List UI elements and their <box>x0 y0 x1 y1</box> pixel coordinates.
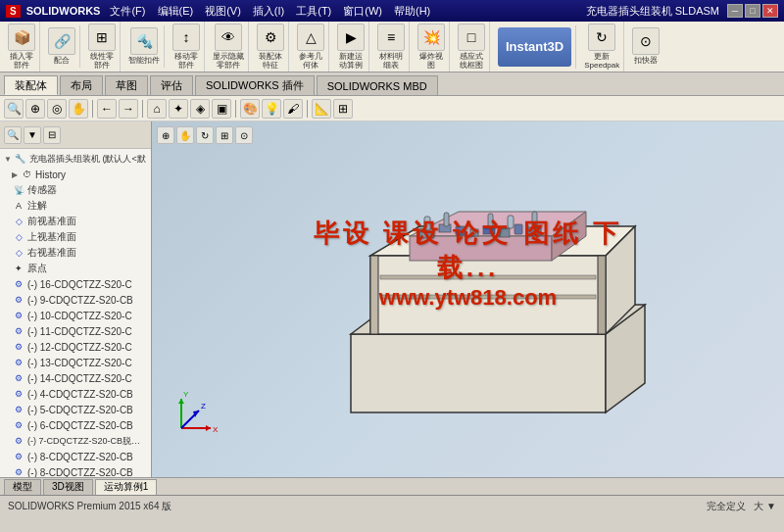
tree-collapse-button[interactable]: ⊟ <box>43 126 61 144</box>
menu-view[interactable]: 视图(V) <box>205 4 241 19</box>
status-left-text: SOLIDWORKS Premium 2015 x64 版 <box>8 500 707 513</box>
lights-icon[interactable]: 💡 <box>262 99 281 119</box>
tree-history[interactable]: ▶ ⏱ History <box>2 167 149 182</box>
svg-marker-27 <box>206 425 211 431</box>
list-item[interactable]: ⚙ (-) 8-CDQCTZZ-S20-CB <box>2 464 149 477</box>
tab-3dview[interactable]: 3D视图 <box>43 479 93 495</box>
tab-sw-plugins[interactable]: SOLIDWORKS 插件 <box>195 75 315 95</box>
move-component-label: 移动零部件 <box>174 53 198 71</box>
toolbar-group-fastener2: ⊙ 扣快器 <box>628 25 663 68</box>
list-item[interactable]: ⚙ (-) 12-CDQCTZZ-S20-C <box>2 339 149 355</box>
smart-fasteners-icon[interactable]: 🔩 <box>130 27 158 55</box>
back-icon[interactable]: ← <box>97 99 117 119</box>
tab-sketch[interactable]: 草图 <box>105 75 148 95</box>
tab-layout[interactable]: 布局 <box>60 75 103 95</box>
home-view-icon[interactable]: ⌂ <box>147 99 167 119</box>
list-item[interactable]: ⚙ (-) 4-CDQCTZZ-S20-CB <box>2 386 149 402</box>
menu-edit[interactable]: 编辑(E) <box>158 4 194 19</box>
bom-icon[interactable]: ≡ <box>377 24 405 51</box>
status-bar: SOLIDWORKS Premium 2015 x64 版 完全定义 大 ▼ <box>0 495 784 516</box>
speedpak-icon[interactable]: ↻ <box>588 24 615 51</box>
tree-filter-button[interactable]: ▼ <box>24 126 41 144</box>
toolbar-group-move: ↕ 移动零部件 <box>169 22 205 72</box>
tab-motion-study[interactable]: 运动算例1 <box>95 479 158 495</box>
view-zoom-icon[interactable]: ⊕ <box>157 126 174 144</box>
list-item[interactable]: ⚙ (-) 13-CDQCTZZ-S20-C <box>2 355 149 370</box>
list-item[interactable]: ⚙ (-) 5-CDQCTZZ-S20-CB <box>2 402 149 417</box>
show-hide-icon[interactable]: 👁 <box>215 24 242 51</box>
move-component-icon[interactable]: ↕ <box>172 24 200 51</box>
zoom-in-icon[interactable]: ⊕ <box>25 99 45 119</box>
minimize-button[interactable]: ─ <box>727 4 743 18</box>
tree-root-node[interactable]: ▼ 🔧 充电器插头组装机 (默认人<默 <box>2 151 149 167</box>
list-item[interactable]: ⚙ (-) 11-CDQCTZZ-S20-C <box>2 323 149 339</box>
list-item[interactable]: ⚙ (-) 10-CDQCTZZ-S20-C <box>2 308 149 323</box>
display-style-icon[interactable]: ▣ <box>212 99 231 119</box>
rotate-icon[interactable]: ◎ <box>47 99 67 119</box>
toolbar-group-wireframe: □ 感应式线框图 <box>454 22 490 72</box>
tab-evaluate[interactable]: 评估 <box>150 75 193 95</box>
explode-view-icon[interactable]: 💥 <box>417 24 445 51</box>
tree-header: 🔍 ▼ ⊟ <box>0 121 151 149</box>
tab-assembly[interactable]: 装配体 <box>4 75 58 95</box>
toolbar-group-ref-geometry: △ 参考几何体 <box>293 22 329 72</box>
pan-icon[interactable]: ✋ <box>69 99 88 119</box>
list-item[interactable]: ⚙ (-) 6-CDQCTZZ-S20-CB <box>2 417 149 433</box>
zoom-icon[interactable]: 🔍 <box>4 99 24 119</box>
instant3d-button[interactable]: Instant3D <box>498 27 571 67</box>
svg-rect-17 <box>424 217 430 230</box>
toolbar-group-bom: ≡ 材料明细表 <box>373 22 410 72</box>
svg-rect-0 <box>351 334 606 412</box>
svg-rect-21 <box>532 212 537 227</box>
insert-component-icon[interactable]: 📦 <box>8 24 35 51</box>
section-view-icon[interactable]: ◈ <box>190 99 210 119</box>
menu-file[interactable]: 文件(F) <box>110 4 145 19</box>
linear-pattern-icon[interactable]: ⊞ <box>88 24 116 51</box>
solidworks-logo: S <box>6 5 21 18</box>
toolbar-group-insert: 📦 插入零部件 <box>4 22 40 72</box>
list-item[interactable]: ⚙ (-) 8-CDQCTZZ-S20-CB <box>2 449 149 464</box>
list-item[interactable]: ⚙ (-) 9-CDQCTZZ-S20-CB <box>2 292 149 308</box>
viewport[interactable]: ⊕ ✋ ↻ ⊞ ⊙ <box>152 121 784 477</box>
menu-window[interactable]: 窗口(W) <box>343 4 382 19</box>
svg-rect-14 <box>500 228 510 237</box>
grid-icon[interactable]: ⊞ <box>333 99 353 119</box>
fastener2-icon[interactable]: ⊙ <box>632 27 660 55</box>
forward-icon[interactable]: → <box>119 99 138 119</box>
toolbar-group-mate: 🔗 配合 <box>44 25 80 68</box>
toolbar-group-motion: ▶ 新建运动算例 <box>333 22 369 72</box>
list-item[interactable]: ⚙ (-) 16-CDQCTZZ-S20-C <box>2 276 149 292</box>
tree-right-plane[interactable]: ◇ 右视基准面 <box>2 245 149 261</box>
tab-model[interactable]: 模型 <box>4 479 41 495</box>
svg-rect-24 <box>380 275 596 279</box>
tree-front-plane[interactable]: ◇ 前视基准面 <box>2 214 149 229</box>
smart-fasteners-label: 智能扣件 <box>128 57 160 66</box>
appearance-icon[interactable]: 🖌 <box>283 99 303 119</box>
view-orient-icon[interactable]: ✦ <box>169 99 188 119</box>
tree-sensor[interactable]: 📡 传感器 <box>2 182 149 198</box>
menu-tools[interactable]: 工具(T) <box>296 4 331 19</box>
tree-top-plane[interactable]: ◇ 上视基准面 <box>2 229 149 245</box>
ref-geometry-icon[interactable]: △ <box>297 24 324 51</box>
maximize-button[interactable]: □ <box>745 4 760 18</box>
assembly-feature-icon[interactable]: ⚙ <box>257 24 284 51</box>
mate-icon[interactable]: 🔗 <box>48 27 75 55</box>
new-motion-icon[interactable]: ▶ <box>337 24 365 51</box>
toolbar-group-linear: ⊞ 线性零部件 <box>84 22 121 72</box>
status-fully-defined: 完全定义 <box>707 500 746 513</box>
list-item[interactable]: ⚙ (-) 7-CDQCTZZ-S20-CB脱壳定... <box>2 433 149 449</box>
menu-help[interactable]: 帮助(H) <box>394 4 430 19</box>
tree-origin[interactable]: ✦ 原点 <box>2 261 149 276</box>
separator3 <box>235 100 236 118</box>
toolbar: 📦 插入零部件 🔗 配合 ⊞ 线性零部件 🔩 智能扣件 ↕ 移动零部件 👁 显示… <box>0 22 784 73</box>
tab-sw-mbd[interactable]: SOLIDWORKS MBD <box>317 75 438 95</box>
measure-icon[interactable]: 📐 <box>312 99 331 119</box>
menu-insert[interactable]: 插入(I) <box>253 4 284 19</box>
render-tools-icon[interactable]: 🎨 <box>240 99 260 119</box>
tree-search-button[interactable]: 🔍 <box>4 126 22 144</box>
view-pan-icon[interactable]: ✋ <box>176 126 194 144</box>
close-button[interactable]: ✕ <box>762 4 778 18</box>
tree-annotation[interactable]: A 注解 <box>2 198 149 214</box>
wireframe-icon[interactable]: □ <box>458 24 485 51</box>
list-item[interactable]: ⚙ (-) 14-CDQCTZZ-S20-C <box>2 370 149 386</box>
